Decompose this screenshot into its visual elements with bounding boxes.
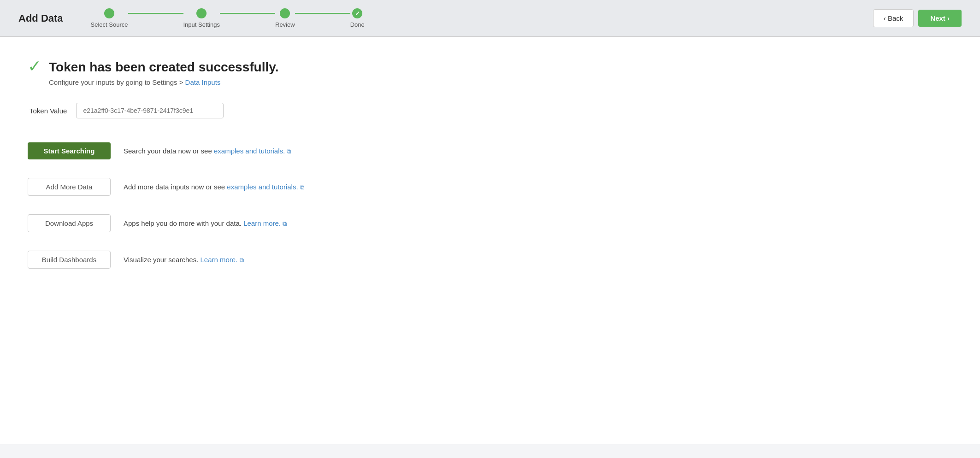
page-title: Add Data xyxy=(18,12,63,24)
download-apps-link[interactable]: Learn more. ⧉ xyxy=(243,219,287,227)
add-more-data-link[interactable]: examples and tutorials. ⧉ xyxy=(227,183,304,191)
nav-buttons: ‹ Back Next › xyxy=(873,9,962,27)
action-row-start-searching: Start Searching Search your data now or … xyxy=(28,135,952,167)
add-more-data-desc: Add more data inputs now or see examples… xyxy=(124,183,304,191)
action-row-download-apps: Download Apps Apps help you do more with… xyxy=(28,207,952,240)
success-title: Token has been created successfully. xyxy=(49,60,279,75)
step-done: ✓ Done xyxy=(350,8,365,28)
stepper-line-2 xyxy=(220,13,275,14)
build-dashboards-desc: Visualize your searches. Learn more. ⧉ xyxy=(124,256,244,264)
step-review: Review xyxy=(275,8,295,28)
start-searching-button[interactable]: Start Searching xyxy=(28,142,111,159)
step-label-1: Select Source xyxy=(91,21,128,28)
stepper-line-3 xyxy=(295,13,350,14)
step-select-source: Select Source xyxy=(91,8,128,28)
step-input-settings: Input Settings xyxy=(183,8,220,28)
download-apps-desc: Apps help you do more with your data. Le… xyxy=(124,219,287,228)
stepper-line-1 xyxy=(128,13,183,14)
action-row-build-dashboards: Build Dashboards Visualize your searches… xyxy=(28,243,952,276)
main-content: ✓ Token has been created successfully. C… xyxy=(0,37,980,444)
add-more-data-button[interactable]: Add More Data xyxy=(28,178,111,196)
success-banner: ✓ Token has been created successfully. C… xyxy=(28,60,952,86)
start-searching-link[interactable]: examples and tutorials. ⧉ xyxy=(214,147,291,155)
external-link-icon-3: ⧉ xyxy=(283,220,287,227)
external-link-icon-4: ⧉ xyxy=(240,257,244,264)
header: Add Data Select Source Input Settings Re… xyxy=(0,0,980,37)
success-checkmark-icon: ✓ xyxy=(28,58,41,75)
token-row: Token Value xyxy=(30,103,952,118)
step-label-4: Done xyxy=(350,21,365,28)
data-inputs-link[interactable]: Data Inputs xyxy=(185,78,221,86)
build-dashboards-button[interactable]: Build Dashboards xyxy=(28,251,111,269)
token-label: Token Value xyxy=(30,107,67,115)
success-subtitle: Configure your inputs by going to Settin… xyxy=(49,78,279,86)
stepper: Select Source Input Settings Review ✓ Do… xyxy=(91,8,365,28)
step-label-2: Input Settings xyxy=(183,21,220,28)
next-button[interactable]: Next › xyxy=(918,10,962,27)
back-button[interactable]: ‹ Back xyxy=(873,9,914,27)
step-dot-4: ✓ xyxy=(352,8,362,18)
step-label-3: Review xyxy=(275,21,295,28)
success-text-block: Token has been created successfully. Con… xyxy=(49,60,279,86)
build-dashboards-link[interactable]: Learn more. ⧉ xyxy=(200,256,243,264)
action-row-add-more-data: Add More Data Add more data inputs now o… xyxy=(28,170,952,203)
step-dot-1 xyxy=(104,8,114,18)
external-link-icon-1: ⧉ xyxy=(287,148,291,155)
checkmark-done: ✓ xyxy=(355,10,360,17)
step-dot-3 xyxy=(280,8,290,18)
token-value-input[interactable] xyxy=(76,103,224,118)
action-rows: Start Searching Search your data now or … xyxy=(28,135,952,276)
download-apps-button[interactable]: Download Apps xyxy=(28,214,111,232)
step-dot-2 xyxy=(196,8,207,18)
start-searching-desc: Search your data now or see examples and… xyxy=(124,147,291,155)
external-link-icon-2: ⧉ xyxy=(300,184,304,191)
